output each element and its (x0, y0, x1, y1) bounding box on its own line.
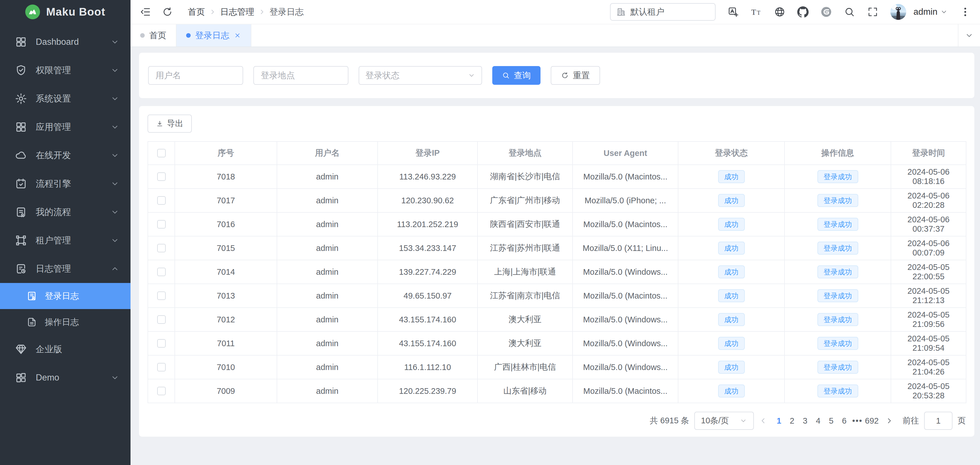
tab-options-button[interactable] (958, 24, 980, 46)
header-right: 默认租户 TT admin (610, 3, 971, 21)
sidebar-item[interactable]: 流程引擎 (0, 170, 130, 198)
status-tag[interactable]: 成功 (718, 289, 745, 302)
sidebar-item[interactable]: 登录日志 (0, 283, 130, 309)
cell-location: 澳大利亚 (477, 332, 573, 355)
status-select[interactable]: 登录状态 (359, 66, 482, 85)
goto-page-input[interactable] (924, 412, 953, 430)
page-number[interactable]: 2 (786, 416, 799, 425)
page-number[interactable]: 5 (825, 416, 838, 425)
cell-user-agent: Mozilla/5.0 (X11; Linu... (573, 236, 678, 260)
avatar[interactable] (890, 4, 906, 20)
chevron-right-icon (258, 8, 266, 16)
status-tag[interactable]: 成功 (718, 361, 745, 374)
sidebar-item[interactable]: 权限管理 (0, 56, 130, 84)
status-tag[interactable]: 成功 (718, 194, 745, 207)
location-input[interactable] (253, 66, 348, 85)
kebab-menu-icon[interactable] (959, 6, 971, 17)
search-icon[interactable] (844, 6, 855, 17)
cell-id: 7010 (175, 355, 277, 379)
fullscreen-icon[interactable] (867, 6, 878, 17)
sidebar-item[interactable]: 系统设置 (0, 84, 130, 113)
row-checkbox[interactable] (157, 220, 166, 229)
operation-tag[interactable]: 登录成功 (818, 170, 858, 183)
cloud-icon (15, 149, 27, 162)
tab-bar: 首页 登录日志 (130, 24, 980, 47)
sidebar-item[interactable]: Dashboard (0, 28, 130, 56)
operation-tag[interactable]: 登录成功 (818, 384, 858, 398)
chevron-down-icon (111, 38, 119, 46)
sidebar-item[interactable]: 应用管理 (0, 113, 130, 141)
operation-tag[interactable]: 登录成功 (818, 337, 858, 350)
sidebar-item[interactable]: Demo (0, 363, 130, 392)
sidebar-item[interactable]: 操作日志 (0, 309, 130, 335)
chevron-down-icon (111, 179, 119, 188)
status-tag[interactable]: 成功 (718, 313, 745, 326)
app-logo[interactable]: Maku Boot (0, 0, 130, 24)
row-checkbox[interactable] (157, 268, 166, 276)
sidebar-item[interactable]: 租户管理 (0, 226, 130, 255)
row-checkbox[interactable] (157, 315, 166, 324)
prev-page-icon[interactable] (759, 416, 767, 425)
cell-time: 2024-05-06 00:37:37 (891, 213, 966, 236)
search-button[interactable]: 查询 (492, 66, 541, 85)
page-number[interactable]: 6 (838, 416, 851, 425)
next-page-icon[interactable] (885, 416, 894, 425)
row-checkbox[interactable] (157, 172, 166, 181)
status-tag[interactable]: 成功 (718, 170, 745, 183)
translate-icon[interactable] (727, 6, 739, 17)
row-checkbox[interactable] (157, 244, 166, 252)
page-size-select[interactable]: 10条/页 (694, 412, 754, 430)
cell-user-agent: Mozilla/5.0 (Macintos... (573, 284, 678, 308)
user-menu[interactable]: admin (913, 7, 948, 17)
breadcrumb-home[interactable]: 首页 (188, 6, 205, 18)
download-icon (156, 120, 164, 127)
operation-tag[interactable]: 登录成功 (818, 218, 858, 231)
chevron-down-icon (111, 236, 119, 245)
page-number[interactable]: 3 (799, 416, 812, 425)
operation-tag[interactable]: 登录成功 (818, 313, 858, 326)
reset-button[interactable]: 重置 (551, 66, 600, 85)
dashboard-icon (15, 36, 27, 48)
sidebar-item[interactable]: 我的流程 (0, 198, 130, 226)
page-number[interactable]: 692 (864, 416, 880, 425)
sidebar-item[interactable]: 在线开发 (0, 141, 130, 170)
operation-tag[interactable]: 登录成功 (818, 265, 858, 278)
cell-id: 7013 (175, 284, 277, 308)
status-tag[interactable]: 成功 (718, 218, 745, 231)
github-icon[interactable] (797, 6, 809, 17)
refresh-icon[interactable] (162, 6, 173, 17)
sidebar-item[interactable]: 日志管理 (0, 255, 130, 283)
row-checkbox[interactable] (157, 339, 166, 348)
page-number[interactable]: 1 (773, 416, 786, 425)
sidebar-item[interactable]: 企业版 (0, 335, 130, 363)
row-checkbox[interactable] (157, 387, 166, 395)
page-number[interactable]: 4 (812, 416, 825, 425)
menu-fold-icon[interactable] (140, 6, 151, 17)
sidebar-item-label: Demo (36, 373, 111, 383)
status-tag[interactable]: 成功 (718, 337, 745, 350)
table-row: 7016 admin 113.201.252.219 陕西省|西安市|联通 Mo… (148, 213, 966, 236)
username-input[interactable] (148, 66, 243, 85)
status-tag[interactable]: 成功 (718, 241, 745, 255)
select-all-checkbox[interactable] (157, 149, 166, 157)
export-button[interactable]: 导出 (148, 114, 192, 133)
status-tag[interactable]: 成功 (718, 265, 745, 278)
cell-id: 7015 (175, 236, 277, 260)
sidebar-item-label: 我的流程 (36, 206, 111, 218)
tenant-select[interactable]: 默认租户 (610, 3, 716, 21)
row-checkbox[interactable] (157, 292, 166, 300)
row-checkbox[interactable] (157, 363, 166, 371)
operation-tag[interactable]: 登录成功 (818, 289, 858, 302)
operation-tag[interactable]: 登录成功 (818, 194, 858, 207)
globe-icon[interactable] (774, 6, 785, 17)
tab[interactable]: 首页 (130, 24, 177, 46)
status-tag[interactable]: 成功 (718, 384, 745, 398)
row-checkbox[interactable] (157, 196, 166, 205)
operation-tag[interactable]: 登录成功 (818, 361, 858, 374)
close-icon[interactable] (234, 32, 241, 39)
breadcrumb-log-manage[interactable]: 日志管理 (220, 6, 254, 18)
gitee-icon[interactable] (821, 6, 832, 17)
tab[interactable]: 登录日志 (177, 24, 251, 46)
operation-tag[interactable]: 登录成功 (818, 241, 858, 255)
font-size-icon[interactable]: TT (751, 6, 762, 17)
